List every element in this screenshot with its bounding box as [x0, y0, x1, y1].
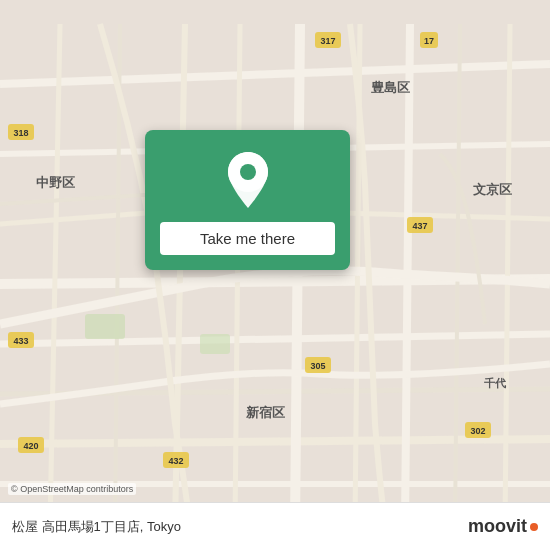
map-background: 317 17 318 8 437 433 305 302 420 432 豊島区…: [0, 0, 550, 550]
svg-text:317: 317: [320, 36, 335, 46]
take-me-there-button[interactable]: Take me there: [160, 222, 335, 255]
moovit-dot: [530, 523, 538, 531]
svg-text:318: 318: [13, 128, 28, 138]
svg-point-47: [240, 164, 256, 180]
svg-rect-45: [200, 334, 230, 354]
svg-text:437: 437: [412, 221, 427, 231]
svg-text:千代: 千代: [484, 377, 507, 389]
svg-text:文京区: 文京区: [473, 182, 512, 197]
svg-text:305: 305: [310, 361, 325, 371]
action-card: Take me there: [145, 130, 350, 270]
moovit-logo: moovit: [468, 516, 538, 537]
map-container: 317 17 318 8 437 433 305 302 420 432 豊島区…: [0, 0, 550, 550]
svg-text:17: 17: [424, 36, 434, 46]
svg-text:302: 302: [470, 426, 485, 436]
svg-text:中野区: 中野区: [36, 175, 75, 190]
svg-text:432: 432: [168, 456, 183, 466]
svg-rect-44: [85, 314, 125, 339]
svg-line-8: [0, 439, 550, 444]
moovit-text: moovit: [468, 516, 527, 537]
location-name: 松屋 高田馬場1丁目店, Tokyo: [12, 518, 181, 536]
copyright-text: © OpenStreetMap contributors: [8, 483, 136, 495]
bottom-bar: 松屋 高田馬場1丁目店, Tokyo moovit: [0, 502, 550, 550]
svg-text:433: 433: [13, 336, 28, 346]
svg-text:420: 420: [23, 441, 38, 451]
svg-text:新宿区: 新宿区: [246, 405, 285, 420]
location-pin-icon: [223, 150, 273, 210]
svg-text:豊島区: 豊島区: [371, 80, 410, 95]
